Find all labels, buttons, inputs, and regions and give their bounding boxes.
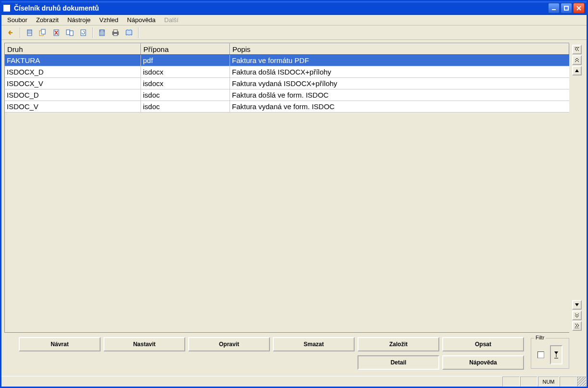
svg-rect-8 [66,30,70,35]
cell-type: ISDOCX_D [5,66,141,77]
cell-desc: Faktura ve formátu PDF [230,55,569,66]
navrat-button[interactable]: Návrat [19,337,101,351]
titlebar: Číselník druhů dokumentů [1,1,587,15]
svg-marker-21 [575,69,579,72]
table-row[interactable]: ISDOCX_DisdocxFaktura došlá ISDOCX+přílo… [5,66,569,78]
calculator-icon[interactable] [96,27,108,38]
back-arrow-icon[interactable] [4,27,17,38]
maximize-button[interactable] [561,3,572,13]
nav-up-icon[interactable] [572,66,582,75]
svg-rect-12 [100,30,104,32]
menu-appearance[interactable]: Vzhled [95,15,122,25]
copy-docs-icon[interactable] [37,27,49,38]
nav-first-icon[interactable] [572,45,582,54]
grid-body: FAKTURApdfFaktura ve formátu PDFISDOCX_D… [5,55,569,332]
opsat-button[interactable]: Opsat [442,337,524,351]
filter-apply-button[interactable] [550,345,562,364]
system-icon [3,5,10,12]
svg-marker-22 [575,303,579,306]
status-cell [502,376,520,387]
nav-page-down-icon[interactable] [572,311,582,320]
filter-group: Filtr [531,338,569,369]
menubar: Soubor Zobrazit Nástroje Vzhled Nápověda… [1,15,587,25]
svg-rect-18 [114,30,117,32]
window-title: Číselník druhů dokumentů [14,4,99,12]
filter-label: Filtr [534,335,546,340]
svg-marker-24 [554,351,558,354]
client-area: Druh Přípona Popis FAKTURApdfFaktura ve … [1,40,587,376]
svg-rect-19 [114,34,117,36]
menu-more: Další [160,15,182,25]
svg-point-14 [102,33,103,34]
statusbar: NUM [1,376,587,387]
status-cell [560,376,577,387]
menu-view[interactable]: Zobrazit [32,15,63,25]
col-header-type[interactable]: Druh [5,43,141,54]
refresh-doc-icon[interactable] [77,27,89,38]
svg-point-16 [102,34,103,35]
svg-rect-9 [70,31,73,36]
svg-rect-6 [41,29,45,34]
grid-nav-buttons [569,43,584,333]
col-header-desc[interactable]: Popis [230,43,569,54]
new-doc-icon[interactable] [23,27,36,38]
svg-rect-1 [564,6,568,10]
minimize-button[interactable] [548,3,560,13]
grid-header: Druh Přípona Popis [5,43,569,55]
toolbar [1,25,587,40]
delete-doc-icon[interactable] [50,27,63,38]
toolbar-separator [92,27,93,38]
toolbar-separator [20,27,20,38]
table-row[interactable]: ISDOCX_VisdocxFaktura vydaná ISDOCX+příl… [5,78,569,89]
close-button[interactable] [573,3,585,13]
status-num: NUM [538,376,559,387]
cell-type: ISDOC_D [5,89,141,100]
printer-icon[interactable] [109,27,122,38]
cell-ext: isdocx [141,78,230,89]
app-window: Číselník druhů dokumentů Soubor Zobrazit… [0,0,588,388]
napoveda-button[interactable]: Nápověda [442,355,524,370]
cell-ext: pdf [141,55,230,66]
cell-ext: isdocx [141,66,230,77]
cell-desc: Faktura došlá ve form. ISDOC [230,89,569,100]
docs-pair-icon[interactable] [64,27,76,38]
book-icon[interactable] [123,27,135,38]
status-cell [520,376,537,387]
cell-ext: isdoc [141,101,230,112]
cell-desc: Faktura vydaná ve form. ISDOC [230,101,569,112]
smazat-button[interactable]: Smazat [273,337,355,351]
cell-ext: isdoc [141,89,230,100]
opravit-button[interactable]: Opravit [188,337,270,351]
menu-tools[interactable]: Nástroje [64,15,94,25]
bottom-button-bar: Návrat Nastavit Opravit Smazat Založit O… [4,333,584,373]
nav-last-icon[interactable] [572,321,582,331]
cell-type: FAKTURA [5,55,141,66]
nastavit-button[interactable]: Nastavit [103,337,185,351]
cell-type: ISDOC_V [5,101,141,112]
svg-point-13 [101,33,102,34]
col-header-ext[interactable]: Přípona [141,43,230,54]
filter-checkbox[interactable] [537,351,544,358]
cell-type: ISDOCX_V [5,78,141,89]
detail-button[interactable]: Detail [358,355,439,370]
resize-grip-icon[interactable] [577,376,587,387]
nav-page-up-icon[interactable] [572,55,582,65]
cell-desc: Faktura vydaná ISDOCX+přílohy [230,78,569,89]
zalozit-button[interactable]: Založit [358,337,439,351]
cell-desc: Faktura došlá ISDOCX+přílohy [230,66,569,77]
table-row[interactable]: ISDOC_DisdocFaktura došlá ve form. ISDOC [5,89,569,101]
table-row[interactable]: FAKTURApdfFaktura ve formátu PDF [5,55,569,66]
table-row[interactable]: ISDOC_VisdocFaktura vydaná ve form. ISDO… [5,101,569,113]
toolbar-separator [138,27,139,38]
grid-wrap: Druh Přípona Popis FAKTURApdfFaktura ve … [4,43,584,333]
menu-file[interactable]: Soubor [3,15,31,25]
svg-point-15 [101,34,102,35]
nav-down-icon[interactable] [572,300,582,310]
menu-help[interactable]: Nápověda [123,15,159,25]
data-grid[interactable]: Druh Přípona Popis FAKTURApdfFaktura ve … [4,43,569,333]
